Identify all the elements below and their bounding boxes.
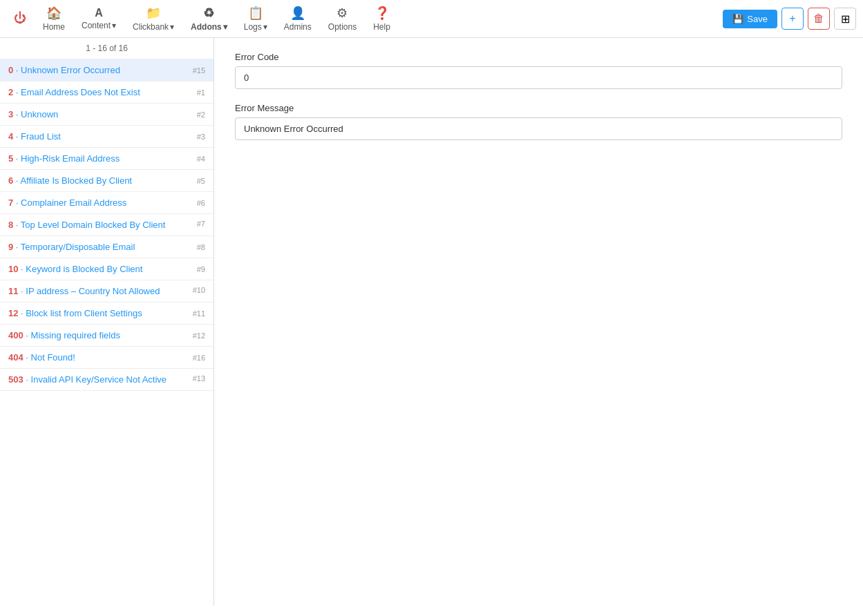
nav-addons[interactable]: ♻ Addons ▾ xyxy=(184,3,234,35)
list-item-badge: #2 xyxy=(197,110,205,119)
nav-logs-label: Logs ▾ xyxy=(244,22,267,32)
list-item-badge: #1 xyxy=(197,88,205,97)
delete-button[interactable]: 🗑 xyxy=(808,8,830,30)
power-icon: ⏻ xyxy=(14,11,26,26)
addons-icon: ♻ xyxy=(203,6,214,21)
list-item-label: 5 · High-Risk Email Address xyxy=(8,153,191,164)
error-message-section: Error Message xyxy=(235,103,842,140)
list-item-label: 0 · Unknown Error Occurred xyxy=(8,65,187,75)
list-item[interactable]: 7 · Complainer Email Address #6 xyxy=(0,192,214,214)
list-item-badge: #15 xyxy=(193,66,205,75)
list-item[interactable]: 503 · Invalid API Key/Service Not Active… xyxy=(0,369,214,391)
list-item-badge: #4 xyxy=(197,155,205,163)
list-item-badge: #6 xyxy=(197,199,205,207)
options-icon: ⚙ xyxy=(336,6,348,21)
list-item-label: 6 · Affiliate Is Blocked By Client xyxy=(8,175,191,186)
nav-options[interactable]: ⚙ Options xyxy=(321,3,363,35)
list-item-label: 9 · Temporary/Disposable Email xyxy=(8,242,191,252)
grid-icon: ⊞ xyxy=(841,12,850,26)
error-code-label: Error Code xyxy=(235,52,842,62)
list-item[interactable]: 8 · Top Level Domain Blocked By Client #… xyxy=(0,214,214,236)
trash-icon: 🗑 xyxy=(813,12,824,25)
list-item[interactable]: 12 · Block list from Client Settings #11 xyxy=(0,302,214,325)
nav-help[interactable]: ❓ Help xyxy=(366,3,397,35)
list-item-row: 8 · Top Level Domain Blocked By Client #… xyxy=(8,220,205,230)
list-item-badge: #5 xyxy=(197,177,205,185)
sidebar-count: 1 - 16 of 16 xyxy=(0,38,214,59)
list-item-badge: #16 xyxy=(193,354,205,362)
list-item-label: 12 · Block list from Client Settings xyxy=(8,308,187,318)
list-item-badge: #8 xyxy=(197,243,205,251)
nav-addons-label: Addons ▾ xyxy=(191,22,227,32)
list-item[interactable]: 5 · High-Risk Email Address #4 xyxy=(0,148,214,170)
nav-admins-label: Admins xyxy=(284,22,312,32)
clickbank-icon: 📁 xyxy=(146,6,161,21)
sidebar: 1 - 16 of 16 0 · Unknown Error Occurred … xyxy=(0,38,214,606)
list-item[interactable]: 10 · Keyword is Blocked By Client #9 xyxy=(0,258,214,280)
list-item[interactable]: 4 · Fraud List #3 xyxy=(0,126,214,148)
list-item-badge: #10 xyxy=(193,286,205,294)
list-item-label: 404 · Not Found! xyxy=(8,352,187,363)
nav-help-label: Help xyxy=(373,22,390,32)
list-item-badge: #9 xyxy=(197,265,205,273)
list-item[interactable]: 6 · Affiliate Is Blocked By Client #5 xyxy=(0,170,214,192)
list-item-badge: #12 xyxy=(193,331,205,340)
error-message-input[interactable] xyxy=(235,117,842,140)
nav-power-button[interactable]: ⏻ xyxy=(7,8,33,30)
list-item-row: 11 · IP address – Country Not Allowed #1… xyxy=(8,286,205,296)
list-item[interactable]: 400 · Missing required fields #12 xyxy=(0,325,214,347)
home-icon: 🏠 xyxy=(46,6,61,21)
list-item-badge: #11 xyxy=(193,309,205,318)
list-item[interactable]: 404 · Not Found! #16 xyxy=(0,347,214,369)
nav-admins[interactable]: 👤 Admins xyxy=(277,3,319,35)
error-message-label: Error Message xyxy=(235,103,842,113)
navbar: ⏻ 🏠 Home A Content ▾ 📁 Clickbank ▾ ♻ Add… xyxy=(0,0,863,38)
nav-content[interactable]: A Content ▾ xyxy=(75,4,123,33)
list-item-label: 7 · Complainer Email Address xyxy=(8,198,191,208)
list-item[interactable]: 9 · Temporary/Disposable Email #8 xyxy=(0,236,214,258)
list-item-badge: #3 xyxy=(197,133,205,141)
nav-content-label: Content ▾ xyxy=(82,21,116,30)
list-item[interactable]: 0 · Unknown Error Occurred #15 xyxy=(0,59,214,81)
list-item[interactable]: 11 · IP address – Country Not Allowed #1… xyxy=(0,280,214,302)
list-item[interactable]: 2 · Email Address Does Not Exist #1 xyxy=(0,81,214,104)
error-code-input[interactable] xyxy=(235,66,842,89)
nav-logs[interactable]: 📋 Logs ▾ xyxy=(237,3,274,35)
nav-clickbank-label: Clickbank ▾ xyxy=(133,22,174,32)
list-item-label: 8 · Top Level Domain Blocked By Client xyxy=(8,220,191,230)
nav-clickbank[interactable]: 📁 Clickbank ▾ xyxy=(126,3,181,35)
grid-button[interactable]: ⊞ xyxy=(834,8,856,30)
list-item-label: 2 · Email Address Does Not Exist xyxy=(8,87,191,97)
nav-home[interactable]: 🏠 Home xyxy=(36,3,72,35)
add-button[interactable]: + xyxy=(781,8,804,30)
main-container: 1 - 16 of 16 0 · Unknown Error Occurred … xyxy=(0,38,863,606)
admins-icon: 👤 xyxy=(290,6,305,21)
list-item-label: 400 · Missing required fields xyxy=(8,330,187,340)
list-item-row: 503 · Invalid API Key/Service Not Active… xyxy=(8,374,205,385)
navbar-right: 💾 Save + 🗑 ⊞ xyxy=(723,8,856,30)
content-icon: A xyxy=(95,7,103,19)
list-item-badge: #13 xyxy=(193,374,205,383)
list-item-label: 4 · Fraud List xyxy=(8,131,191,142)
content-area: Error Code Error Message xyxy=(214,38,863,606)
list-item-badge: #7 xyxy=(197,220,205,228)
save-icon: 💾 xyxy=(732,14,743,24)
nav-home-label: Home xyxy=(43,22,65,32)
save-button[interactable]: 💾 Save xyxy=(723,10,777,28)
nav-options-label: Options xyxy=(328,22,357,32)
error-code-section: Error Code xyxy=(235,52,842,89)
list-item-label: 503 · Invalid API Key/Service Not Active xyxy=(8,374,187,385)
list-item-label: 11 · IP address – Country Not Allowed xyxy=(8,286,187,296)
help-icon: ❓ xyxy=(374,6,390,21)
list-item-label: 10 · Keyword is Blocked By Client xyxy=(8,264,191,274)
navbar-left: ⏻ 🏠 Home A Content ▾ 📁 Clickbank ▾ ♻ Add… xyxy=(7,3,723,35)
list-item[interactable]: 3 · Unknown #2 xyxy=(0,104,214,126)
logs-icon: 📋 xyxy=(248,6,263,21)
plus-icon: + xyxy=(789,12,795,25)
list-item-label: 3 · Unknown xyxy=(8,109,191,119)
